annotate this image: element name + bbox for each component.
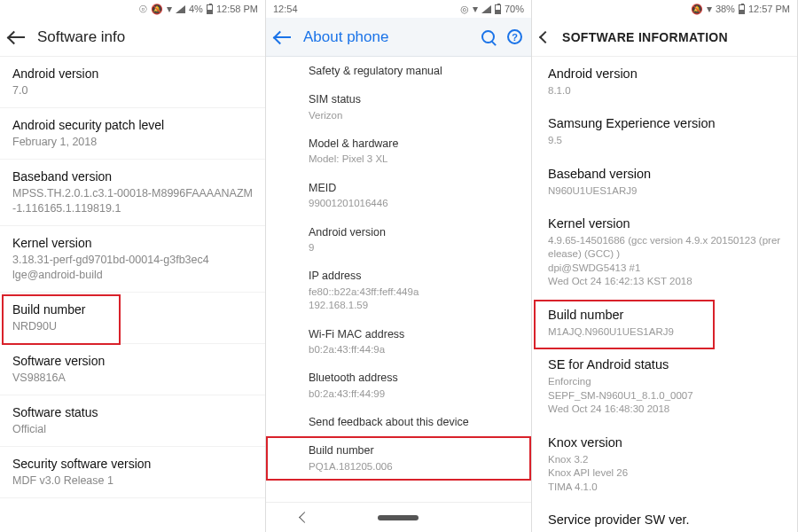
- setting-value: VS98816A: [12, 371, 253, 386]
- setting-row[interactable]: SIM statusVerizon: [266, 85, 531, 129]
- setting-row[interactable]: Model & hardwareModel: Pixel 3 XL: [266, 129, 531, 174]
- setting-row[interactable]: Build numberPQ1A.181205.006: [266, 436, 531, 481]
- setting-row[interactable]: Android version9: [266, 218, 531, 262]
- setting-value: 8.1.0: [548, 84, 781, 98]
- setting-label: Wi-Fi MAC address: [309, 327, 515, 341]
- back-icon[interactable]: [539, 30, 552, 43]
- setting-label: SIM status: [309, 92, 515, 106]
- setting-label: Android version: [309, 225, 515, 239]
- setting-label: Build number: [12, 301, 253, 317]
- search-icon[interactable]: [481, 30, 495, 43]
- setting-row[interactable]: Android version7.0: [0, 57, 265, 108]
- phone-samsung: 🔕 ▾ 38% 12:57 PM SOFTWARE INFORMATION An…: [532, 0, 798, 532]
- setting-value: b0:2a:43:ff:44:9a: [309, 343, 515, 357]
- appbar: SOFTWARE INFORMATION: [532, 18, 797, 57]
- setting-value: b0:2a:43:ff:44:99: [309, 387, 515, 402]
- setting-row[interactable]: Kernel version4.9.65-14501686 (gcc versi…: [532, 207, 797, 298]
- setting-row[interactable]: Safety & regulatory manual: [266, 57, 531, 85]
- setting-row[interactable]: Android version8.1.0: [532, 57, 797, 106]
- setting-label: Safety & regulatory manual: [309, 64, 515, 78]
- setting-value: M1AJQ.N960U1UES1ARJ9: [548, 325, 781, 340]
- vibrate-icon: ◎: [460, 4, 469, 15]
- appbar: Software info: [0, 18, 265, 57]
- setting-row[interactable]: Kernel version3.18.31-perf-gd9701bd-0001…: [0, 226, 265, 293]
- setting-label: Bluetooth address: [309, 371, 515, 385]
- status-bar: ⦾ 🔕 ▾ 4% 12:58 PM: [0, 0, 265, 18]
- setting-row[interactable]: Build numberNRD90U: [0, 293, 265, 344]
- setting-row[interactable]: Android security patch levelFebruary 1, …: [0, 108, 265, 160]
- mute-icon: 🔕: [151, 4, 163, 15]
- setting-row[interactable]: Software versionVS98816A: [0, 344, 265, 395]
- setting-row[interactable]: IP addressfe80::b22a:43ff:feff:449a 192.…: [266, 262, 531, 319]
- setting-row[interactable]: MEID99001201016446: [266, 174, 531, 218]
- setting-row[interactable]: Send feedback about this device: [266, 408, 531, 436]
- battery-icon: [207, 4, 213, 14]
- setting-label: Android version: [12, 66, 253, 82]
- setting-value: MPSS.TH.2.0.1.c3.1-00018-M8996FAAAANAZM-…: [12, 186, 253, 216]
- setting-label: Security software version: [12, 456, 253, 472]
- setting-value: N960U1UES1ARJ9: [548, 184, 781, 199]
- bluetooth-icon: ⦾: [139, 4, 147, 15]
- setting-value: 9: [309, 241, 515, 255]
- setting-value: MDF v3.0 Release 1: [12, 473, 253, 489]
- wifi-icon: ▾: [707, 3, 712, 15]
- setting-label: SE for Android status: [548, 356, 781, 373]
- status-time: 12:58 PM: [216, 4, 258, 14]
- setting-value: Model: Pixel 3 XL: [309, 153, 515, 167]
- setting-value: February 1, 2018: [12, 135, 253, 150]
- setting-label: IP address: [309, 269, 515, 283]
- battery-pct: 38%: [716, 4, 735, 14]
- setting-row[interactable]: Wi-Fi MAC addressb0:2a:43:ff:44:9a: [266, 320, 531, 364]
- status-time: 12:54: [273, 4, 298, 14]
- setting-value: fe80::b22a:43ff:feff:449a 192.168.1.59: [309, 286, 515, 313]
- setting-label: Kernel version: [548, 215, 781, 232]
- setting-label: MEID: [309, 181, 515, 195]
- nav-back-icon[interactable]: [299, 512, 310, 523]
- settings-list[interactable]: Android version8.1.0Samsung Experience v…: [532, 57, 797, 532]
- setting-label: Software version: [12, 353, 253, 369]
- setting-row[interactable]: Bluetooth addressb0:2a:43:ff:44:99: [266, 364, 531, 408]
- setting-row[interactable]: Software statusOfficial: [0, 395, 265, 447]
- help-icon[interactable]: ?: [507, 29, 522, 44]
- setting-value: 9.5: [548, 134, 781, 148]
- setting-value: 4.9.65-14501686 (gcc version 4.9.x 20150…: [548, 234, 781, 289]
- setting-value: Verizon: [309, 109, 515, 123]
- setting-row[interactable]: SE for Android statusEnforcing SEPF_SM-N…: [532, 348, 797, 425]
- battery-pct: 4%: [189, 4, 203, 14]
- wifi-icon: ▾: [473, 3, 478, 15]
- setting-row[interactable]: Build numberM1AJQ.N960U1UES1ARJ9: [532, 298, 797, 348]
- settings-list[interactable]: Android version7.0Android security patch…: [0, 57, 265, 532]
- settings-list[interactable]: Safety & regulatory manualSIM statusVeri…: [266, 57, 531, 502]
- setting-label: Service provider SW ver.: [548, 512, 781, 528]
- setting-label: Kernel version: [12, 235, 253, 251]
- setting-value: 7.0: [12, 83, 253, 98]
- setting-label: Build number: [548, 307, 781, 324]
- setting-label: Model & hardware: [309, 137, 515, 151]
- setting-row[interactable]: Knox versionKnox 3.2 Knox API level 26 T…: [532, 426, 797, 503]
- nav-home-icon[interactable]: [378, 515, 419, 520]
- setting-label: Baseband version: [12, 168, 253, 184]
- back-icon[interactable]: [9, 36, 25, 38]
- setting-row[interactable]: Samsung Experience version9.5: [532, 106, 797, 156]
- setting-label: Android security patch level: [12, 117, 253, 133]
- setting-label: Build number: [309, 443, 515, 458]
- phone-lg: ⦾ 🔕 ▾ 4% 12:58 PM Software info Android …: [0, 0, 266, 532]
- setting-label: Baseband version: [548, 166, 781, 183]
- setting-value: Enforcing SEPF_SM-N960U1_8.1.0_0007 Wed …: [548, 375, 781, 417]
- mute-icon: 🔕: [691, 4, 703, 15]
- setting-row[interactable]: Security software versionMDF v3.0 Releas…: [0, 447, 265, 498]
- setting-row[interactable]: Baseband versionMPSS.TH.2.0.1.c3.1-00018…: [0, 160, 265, 226]
- setting-value: Knox 3.2 Knox API level 26 TIMA 4.1.0: [548, 453, 781, 495]
- page-title: Software info: [37, 28, 256, 46]
- status-bar: 🔕 ▾ 38% 12:57 PM: [532, 0, 797, 18]
- setting-label: Android version: [548, 66, 781, 82]
- back-icon[interactable]: [275, 36, 291, 38]
- battery-icon: [739, 4, 745, 14]
- setting-value: PQ1A.181205.006: [309, 460, 515, 474]
- setting-row[interactable]: Service provider SW ver.SAOMC_SM-N960U1_…: [532, 503, 797, 532]
- setting-label: Software status: [12, 404, 253, 420]
- battery-pct: 70%: [505, 4, 524, 14]
- setting-row[interactable]: Baseband versionN960U1UES1ARJ9: [532, 157, 797, 207]
- status-time: 12:57 PM: [748, 4, 790, 14]
- setting-value: NRD90U: [12, 319, 253, 334]
